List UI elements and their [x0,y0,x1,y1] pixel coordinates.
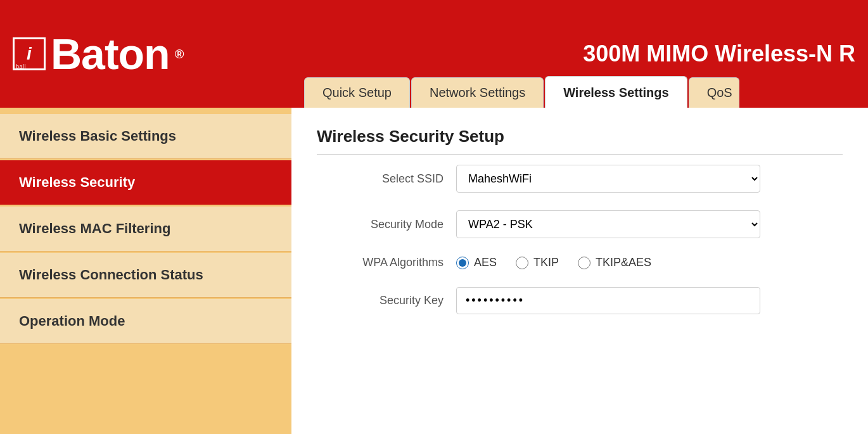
ssid-label: Select SSID [317,172,444,186]
security-mode-label: Security Mode [317,218,444,231]
wpa-algorithms-row: WPA Algorithms AES TKIP TKIP&AES [317,256,843,269]
sidebar-item-wireless-mac-filtering[interactable]: Wireless MAC Filtering [0,207,291,252]
header: i ball Baton® 300M MIMO Wireless-N R Qui… [0,0,868,108]
tab-qos[interactable]: QoS [689,77,739,108]
sidebar-item-wireless-connection-status[interactable]: Wireless Connection Status [0,253,291,298]
security-key-label: Security Key [317,294,444,307]
radio-aes-text: AES [474,256,497,269]
main-container: Wireless Basic Settings Wireless Securit… [0,108,868,434]
logo-icon: i ball [13,37,46,70]
radio-tkip-aes-label[interactable]: TKIP&AES [578,256,651,269]
logo-sub: ball [16,63,26,70]
radio-group-algorithms: AES TKIP TKIP&AES [456,256,843,269]
radio-tkip-label[interactable]: TKIP [516,256,559,269]
tab-wireless-settings[interactable]: Wireless Settings [545,76,687,108]
sidebar: Wireless Basic Settings Wireless Securit… [0,108,291,434]
radio-tkip-aes[interactable] [578,257,590,269]
product-name: 300M MIMO Wireless-N R [583,41,868,67]
security-key-input[interactable] [456,287,760,314]
logo: i ball Baton® [13,29,183,79]
logo-letter: i [27,44,32,64]
ssid-select[interactable]: MaheshWiFi [456,165,760,193]
ssid-row: Select SSID MaheshWiFi [317,165,843,193]
sidebar-item-wireless-basic-settings[interactable]: Wireless Basic Settings [0,114,291,159]
nav-tabs: Quick Setup Network Settings Wireless Se… [304,76,739,108]
security-mode-control: WPA2 - PSK WPA - PSK WEP Disable [456,210,843,238]
page-title: Wireless Security Setup [317,127,843,155]
sidebar-item-operation-mode[interactable]: Operation Mode [0,299,291,344]
radio-tkip-aes-text: TKIP&AES [596,256,651,269]
radio-tkip[interactable] [516,257,528,269]
registered-mark: ® [175,47,184,61]
content-area: Wireless Security Setup Select SSID Mahe… [291,108,868,434]
security-key-row: Security Key [317,287,843,314]
security-mode-row: Security Mode WPA2 - PSK WPA - PSK WEP D… [317,210,843,238]
radio-aes[interactable] [456,257,469,269]
tab-quick-setup[interactable]: Quick Setup [304,77,410,108]
ssid-control: MaheshWiFi [456,165,843,193]
brand-name: Baton [51,29,170,79]
radio-aes-label[interactable]: AES [456,256,497,269]
sidebar-item-wireless-security[interactable]: Wireless Security [0,160,291,205]
security-mode-select[interactable]: WPA2 - PSK WPA - PSK WEP Disable [456,210,760,238]
wpa-algorithms-label: WPA Algorithms [317,256,444,269]
radio-tkip-text: TKIP [533,256,559,269]
wpa-algorithms-control: AES TKIP TKIP&AES [456,256,843,269]
tab-network-settings[interactable]: Network Settings [411,77,544,108]
security-key-control [456,287,843,314]
